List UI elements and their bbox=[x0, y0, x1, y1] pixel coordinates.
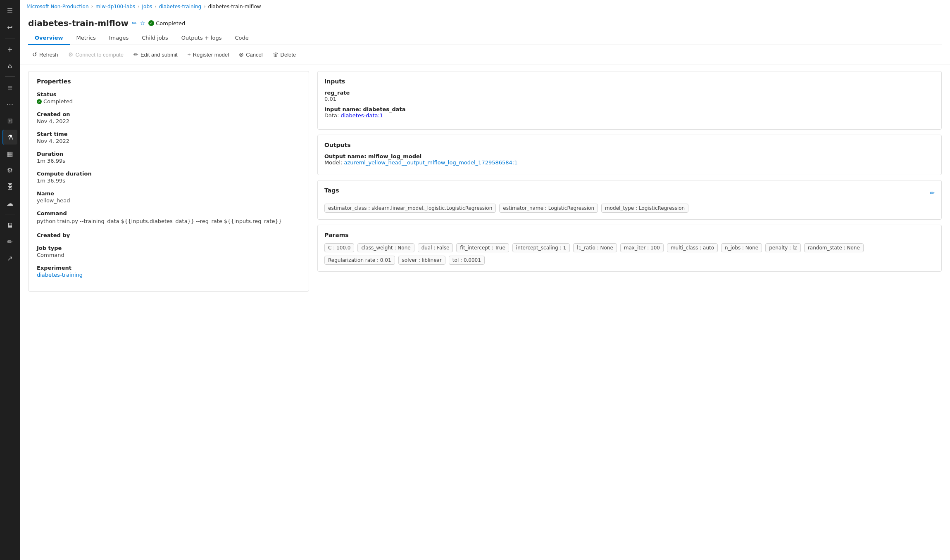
tab-metrics[interactable]: Metrics bbox=[70, 31, 102, 45]
cloud-icon[interactable]: ☁ bbox=[2, 196, 17, 211]
tab-child-jobs[interactable]: Child jobs bbox=[135, 31, 175, 45]
param-chip-1: class_weight : None bbox=[357, 243, 414, 252]
model-link-1[interactable]: azureml_yellow_head_ bbox=[344, 159, 405, 166]
tab-images[interactable]: Images bbox=[102, 31, 136, 45]
tags-card: Tags ✏ estimator_class : sklearn.linear_… bbox=[317, 180, 942, 220]
tag-chip-0: estimator_class : sklearn.linear_model._… bbox=[324, 204, 496, 213]
status-val-text: Completed bbox=[43, 98, 73, 104]
sidebar-divider bbox=[5, 38, 15, 38]
tag-chip-2: model_type : LogisticRegression bbox=[601, 204, 688, 213]
prop-command: Command python train.py --training_data … bbox=[37, 210, 300, 225]
duration-value: 1m 36.99s bbox=[37, 158, 300, 164]
jobs-icon[interactable]: ⚙ bbox=[2, 163, 17, 178]
breadcrumb-sep-1: › bbox=[91, 4, 93, 9]
page-title-row: diabetes-train-mlflow ✏ ☆ Completed bbox=[28, 18, 942, 28]
param-chip-0: C : 100.0 bbox=[324, 243, 354, 252]
tab-code[interactable]: Code bbox=[228, 31, 255, 45]
right-panel: Inputs reg_rate 0.01 Input name: diabete… bbox=[317, 71, 942, 553]
breadcrumb-microsoft[interactable]: Microsoft Non-Production bbox=[26, 4, 89, 9]
edit-submit-button[interactable]: ✏ Edit and submit bbox=[129, 49, 182, 60]
model-link-2[interactable]: _output_mlflow_log_model_1729586584:1 bbox=[404, 159, 517, 166]
input-name-row: Input name: diabetes_data Data: diabetes… bbox=[324, 106, 935, 119]
prop-compute-duration: Compute duration 1m 36.99s bbox=[37, 171, 300, 184]
tab-outputs-logs[interactable]: Outputs + logs bbox=[175, 31, 229, 45]
pipeline-icon[interactable]: ⋯ bbox=[2, 97, 17, 112]
breadcrumb-jobs[interactable]: Jobs bbox=[142, 4, 152, 9]
param-chip-11: Regularization rate : 0.01 bbox=[324, 256, 395, 265]
dashboard-icon[interactable]: ▦ bbox=[2, 146, 17, 161]
reg-rate-key: reg_rate bbox=[324, 90, 935, 96]
param-chip-2: dual : False bbox=[418, 243, 453, 252]
home-icon[interactable]: ⌂ bbox=[2, 58, 17, 73]
tab-overview[interactable]: Overview bbox=[28, 31, 70, 45]
refresh-button[interactable]: ↺ Refresh bbox=[28, 49, 62, 60]
cancel-button[interactable]: ⊗ Cancel bbox=[235, 49, 267, 60]
add-icon[interactable]: + bbox=[2, 42, 17, 57]
monitor-icon[interactable]: 🖥 bbox=[2, 218, 17, 233]
prop-experiment: Experiment diabetes-training bbox=[37, 265, 300, 278]
output-model-row: Model: azureml_yellow_head_ _output_mlfl… bbox=[324, 159, 935, 166]
back-icon[interactable]: ↩ bbox=[2, 20, 17, 35]
breadcrumb-experiment[interactable]: diabetes-training bbox=[159, 4, 201, 9]
param-chip-5: l1_ratio : None bbox=[573, 243, 617, 252]
edit-icon-btn: ✏ bbox=[133, 51, 138, 58]
prop-job-type: Job type Command bbox=[37, 245, 300, 258]
model-label: Model: bbox=[324, 159, 342, 166]
connect-label: Connect to compute bbox=[76, 52, 124, 58]
sidebar-divider-2 bbox=[5, 76, 15, 77]
compute-duration-label: Compute duration bbox=[37, 171, 300, 177]
delete-label: Delete bbox=[281, 52, 296, 58]
properties-card: Properties Status Completed Created on N… bbox=[28, 71, 309, 292]
prop-duration: Duration 1m 36.99s bbox=[37, 151, 300, 164]
params-container: C : 100.0 class_weight : None dual : Fal… bbox=[324, 243, 935, 265]
storage-icon[interactable]: 🗄 bbox=[2, 179, 17, 194]
plus-icon: + bbox=[188, 51, 191, 58]
delete-button[interactable]: 🗑 Delete bbox=[269, 49, 300, 60]
breadcrumb-sep-2: › bbox=[138, 4, 139, 9]
menu-icon[interactable]: ☰ bbox=[2, 3, 17, 18]
cancel-label: Cancel bbox=[246, 52, 262, 58]
prop-status-label: Status bbox=[37, 91, 300, 97]
created-on-label: Created on bbox=[37, 111, 300, 117]
experiment-link[interactable]: diabetes-training bbox=[37, 272, 83, 278]
input-name-val: Data: diabetes-data:1 bbox=[324, 112, 935, 119]
param-chip-9: penalty : l2 bbox=[765, 243, 801, 252]
tag-chip-1: estimator_name : LogisticRegression bbox=[499, 204, 598, 213]
export-icon[interactable]: ↗ bbox=[2, 251, 17, 266]
register-model-button[interactable]: + Register model bbox=[183, 49, 233, 60]
edit-title-icon[interactable]: ✏ bbox=[132, 20, 137, 26]
list-icon[interactable]: ≡ bbox=[2, 80, 17, 95]
tags-edit-icon[interactable]: ✏ bbox=[930, 190, 935, 196]
page-title: diabetes-train-mlflow bbox=[28, 18, 129, 28]
data-label: Data: bbox=[324, 112, 341, 119]
data-link[interactable]: diabetes-data:1 bbox=[341, 112, 383, 119]
tags-header: Tags ✏ bbox=[324, 187, 935, 199]
compute-icon[interactable]: ⊞ bbox=[2, 113, 17, 128]
reg-rate-row: reg_rate 0.01 bbox=[324, 90, 935, 102]
command-value: python train.py --training_data ${{input… bbox=[37, 217, 300, 225]
properties-title: Properties bbox=[37, 78, 300, 85]
param-chip-4: intercept_scaling : 1 bbox=[512, 243, 570, 252]
status-badge: Completed bbox=[148, 20, 185, 26]
duration-label: Duration bbox=[37, 151, 300, 157]
params-card: Params C : 100.0 class_weight : None dua… bbox=[317, 225, 942, 272]
connect-icon: ⚙ bbox=[68, 51, 74, 58]
status-dot-small bbox=[37, 99, 42, 104]
breadcrumb-workspace[interactable]: mlw-dp100-labs bbox=[95, 4, 135, 9]
sidebar: ☰ ↩ + ⌂ ≡ ⋯ ⊞ ⚗ ▦ ⚙ 🗄 ☁ 🖥 ✏ ↗ bbox=[0, 0, 20, 560]
edit-icon[interactable]: ✏ bbox=[2, 234, 17, 249]
cancel-icon: ⊗ bbox=[239, 51, 244, 58]
compute-duration-value: 1m 36.99s bbox=[37, 178, 300, 184]
tags-title: Tags bbox=[324, 187, 339, 194]
connect-compute-button[interactable]: ⚙ Connect to compute bbox=[64, 49, 128, 60]
breadcrumb-current: diabetes-train-mlflow bbox=[208, 4, 261, 9]
refresh-icon: ↺ bbox=[32, 51, 37, 58]
status-text: Completed bbox=[156, 20, 185, 26]
prop-start-time: Start time Nov 4, 2022 bbox=[37, 131, 300, 144]
sidebar-divider-3 bbox=[5, 214, 15, 214]
lab-icon[interactable]: ⚗ bbox=[2, 130, 17, 145]
tags-container: estimator_class : sklearn.linear_model._… bbox=[324, 204, 935, 213]
command-label: Command bbox=[37, 210, 300, 216]
reg-rate-val: 0.01 bbox=[324, 96, 935, 102]
star-icon[interactable]: ☆ bbox=[140, 20, 145, 26]
